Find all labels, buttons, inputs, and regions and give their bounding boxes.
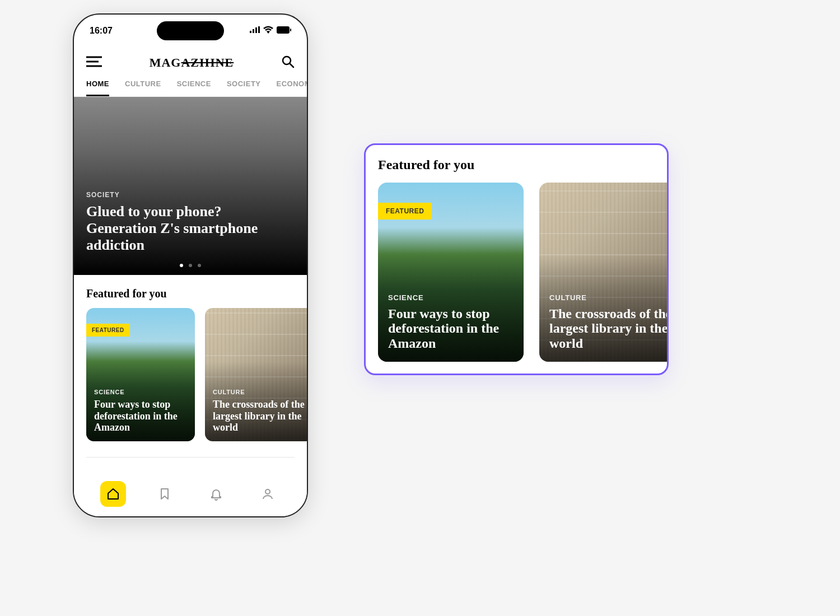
status-icons [250, 26, 291, 36]
featured-section-title: Featured for you [74, 275, 307, 308]
tab-home[interactable]: HOME [86, 80, 109, 96]
tab-science[interactable]: SCIENCE [177, 80, 211, 96]
featured-badge: FEATURED [378, 203, 432, 220]
nav-profile[interactable] [255, 481, 281, 507]
card-category: CULTURE [213, 389, 306, 395]
dynamic-island [157, 21, 224, 40]
divider [86, 457, 295, 458]
featured-detail-panel: Featured for you FEATURED SCIENCE Four w… [364, 143, 669, 375]
card-title: Four ways to stop deforestation in the A… [388, 306, 514, 351]
panel-title: Featured for you [378, 157, 667, 172]
phone-frame: 16:07 MAGAZIIINE HOME CULTURE SCIENCE SO… [73, 13, 308, 517]
svg-rect-2 [255, 27, 257, 33]
carousel-dots[interactable] [180, 264, 201, 267]
app-logo: MAGAZIIINE [150, 55, 234, 70]
svg-rect-0 [250, 31, 251, 33]
dot-2[interactable] [189, 264, 192, 267]
status-time: 16:07 [90, 26, 113, 36]
svg-rect-1 [253, 29, 254, 33]
hero-article-card[interactable]: SOCIETY Glued to your phone? Generation … [74, 97, 307, 275]
panel-card-2[interactable]: CULTURE The crossroads of the largest li… [539, 183, 669, 362]
card-title: The crossroads of the largest library in… [213, 399, 306, 433]
hero-title: Glued to your phone? Generation Z's smar… [86, 203, 295, 254]
card-category: SCIENCE [94, 389, 187, 395]
signal-icon [250, 26, 260, 36]
svg-rect-3 [258, 26, 260, 33]
featured-card-2[interactable]: CULTURE The crossroads of the largest li… [205, 308, 307, 441]
tab-culture[interactable]: CULTURE [125, 80, 161, 96]
hero-category: SOCIETY [86, 191, 295, 199]
panel-cards-row[interactable]: FEATURED SCIENCE Four ways to stop defor… [378, 183, 667, 362]
card-category: CULTURE [549, 293, 669, 302]
card-title: The crossroads of the largest library in… [549, 306, 669, 351]
search-icon[interactable] [281, 55, 295, 71]
featured-badge: FEATURED [86, 324, 130, 337]
bottom-nav [74, 476, 307, 516]
svg-point-11 [265, 489, 270, 494]
nav-notifications[interactable] [203, 481, 229, 507]
app-header: MAGAZIIINE [74, 41, 307, 80]
card-title: Four ways to stop deforestation in the A… [94, 399, 187, 433]
dot-1[interactable] [180, 264, 183, 267]
card-category: SCIENCE [388, 293, 514, 302]
nav-home[interactable] [100, 481, 126, 507]
status-bar: 16:07 [74, 15, 307, 41]
svg-point-9 [283, 57, 291, 64]
wifi-icon [263, 26, 273, 36]
featured-card-1[interactable]: FEATURED SCIENCE Four ways to stop defor… [86, 308, 195, 441]
tab-economy[interactable]: ECONOMY [277, 80, 307, 96]
svg-rect-4 [277, 26, 290, 34]
svg-line-10 [290, 64, 293, 67]
panel-card-1[interactable]: FEATURED SCIENCE Four ways to stop defor… [378, 183, 524, 362]
nav-bookmarks[interactable] [152, 481, 178, 507]
tab-society[interactable]: SOCIETY [227, 80, 261, 96]
svg-rect-5 [290, 29, 291, 31]
featured-cards-row[interactable]: FEATURED SCIENCE Four ways to stop defor… [74, 308, 307, 441]
menu-icon[interactable] [86, 56, 102, 69]
dot-3[interactable] [198, 264, 201, 267]
battery-icon [277, 26, 291, 36]
category-tabs: HOME CULTURE SCIENCE SOCIETY ECONOMY [74, 80, 307, 97]
